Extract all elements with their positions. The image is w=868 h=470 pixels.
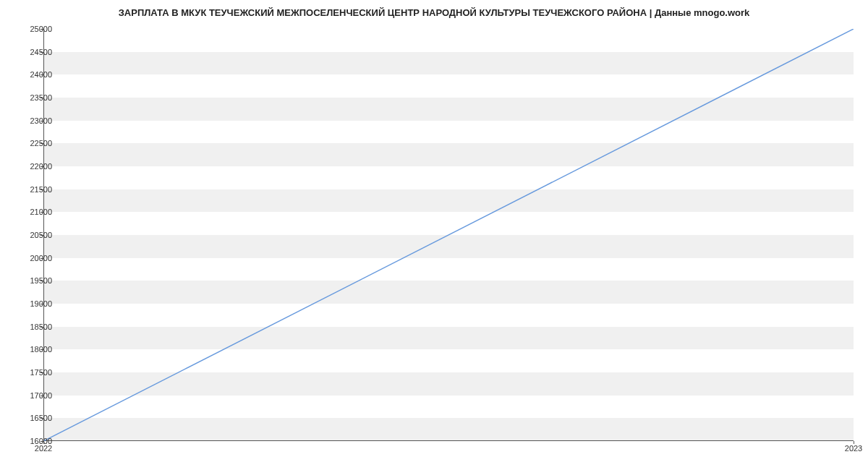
y-tick-label: 23000: [16, 116, 52, 125]
y-tick-label: 19500: [16, 276, 52, 285]
grid-band: [43, 281, 854, 304]
y-tick-label: 24500: [16, 48, 52, 56]
grid-band: [43, 327, 854, 350]
y-tick-label: 22000: [16, 162, 52, 171]
y-tick-label: 19000: [16, 299, 52, 308]
y-tick-label: 22500: [16, 139, 52, 148]
grid-band: [43, 143, 854, 166]
y-tick-label: 25000: [16, 25, 52, 33]
y-tick-label: 18000: [16, 345, 52, 354]
grid-band: [43, 52, 854, 75]
y-tick-label: 17000: [16, 391, 52, 400]
grid-band: [43, 372, 854, 396]
chart-title: ЗАРПЛАТА В МКУК ТЕУЧЕЖСКИЙ МЕЖПОСЕЛЕНЧЕС…: [0, 0, 868, 24]
y-tick-label: 21500: [16, 185, 52, 194]
grid-band: [43, 189, 854, 213]
x-tick-label: 2022: [35, 444, 52, 453]
y-tick-label: 20000: [16, 254, 52, 262]
y-tick-label: 21000: [16, 208, 52, 216]
y-tick-label: 20500: [16, 231, 52, 239]
grid-band: [43, 235, 854, 258]
grid-band: [43, 98, 854, 121]
y-tick-label: 18500: [16, 322, 52, 331]
y-tick-label: 23500: [16, 93, 52, 102]
y-tick-label: 16500: [16, 414, 52, 422]
plot-area: [43, 29, 854, 441]
grid-band: [43, 418, 854, 441]
y-tick-label: 24000: [16, 70, 52, 79]
x-tick-label: 2023: [845, 444, 862, 453]
x-axis-line: [43, 440, 854, 441]
y-tick-label: 17500: [16, 368, 52, 377]
